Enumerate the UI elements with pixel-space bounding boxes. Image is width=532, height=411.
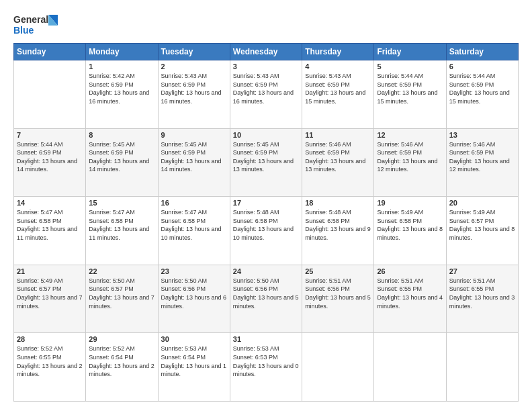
day-number: 1: [89, 62, 154, 71]
day-info: Sunrise: 5:48 AMSunset: 6:58 PMDaylight:…: [233, 208, 299, 242]
day-number: 19: [377, 199, 443, 207]
calendar-table: SundayMondayTuesdayWednesdayThursdayFrid…: [13, 43, 519, 402]
day-header-wednesday: Wednesday: [230, 44, 302, 60]
calendar-cell: [302, 333, 374, 402]
day-number: 22: [89, 267, 154, 275]
day-info: Sunrise: 5:42 AMSunset: 6:59 PMDaylight:…: [89, 72, 154, 105]
day-info: Sunrise: 5:51 AMSunset: 6:55 PMDaylight:…: [377, 277, 443, 310]
day-number: 26: [377, 267, 443, 275]
day-info: Sunrise: 5:45 AMSunset: 6:59 PMDaylight:…: [233, 140, 299, 174]
day-number: 13: [449, 131, 515, 139]
calendar-cell: 7Sunrise: 5:44 AMSunset: 6:59 PMDaylight…: [14, 128, 86, 197]
svg-text:General: General: [13, 14, 48, 25]
day-info: Sunrise: 5:45 AMSunset: 6:59 PMDaylight:…: [161, 140, 227, 174]
day-info: Sunrise: 5:49 AMSunset: 6:58 PMDaylight:…: [377, 208, 443, 242]
day-info: Sunrise: 5:49 AMSunset: 6:57 PMDaylight:…: [17, 277, 83, 310]
day-number: 10: [233, 131, 299, 139]
day-info: Sunrise: 5:45 AMSunset: 6:59 PMDaylight:…: [89, 140, 154, 174]
day-header-saturday: Saturday: [446, 44, 518, 60]
calendar-cell: 18Sunrise: 5:48 AMSunset: 6:58 PMDayligh…: [302, 197, 374, 265]
day-number: 21: [17, 267, 83, 275]
day-info: Sunrise: 5:50 AMSunset: 6:56 PMDaylight:…: [161, 277, 227, 310]
day-info: Sunrise: 5:44 AMSunset: 6:59 PMDaylight:…: [449, 72, 515, 105]
day-header-monday: Monday: [86, 44, 158, 60]
day-info: Sunrise: 5:51 AMSunset: 6:56 PMDaylight:…: [305, 277, 371, 310]
calendar-cell: 27Sunrise: 5:51 AMSunset: 6:55 PMDayligh…: [446, 265, 518, 333]
page: GeneralBlue SundayMondayTuesdayWednesday…: [0, 0, 532, 411]
calendar-cell: 6Sunrise: 5:44 AMSunset: 6:59 PMDaylight…: [446, 60, 518, 129]
calendar-cell: 3Sunrise: 5:43 AMSunset: 6:59 PMDaylight…: [230, 60, 302, 129]
day-info: Sunrise: 5:43 AMSunset: 6:59 PMDaylight:…: [233, 72, 299, 105]
calendar-cell: 31Sunrise: 5:53 AMSunset: 6:53 PMDayligh…: [230, 333, 302, 402]
calendar-cell: 21Sunrise: 5:49 AMSunset: 6:57 PMDayligh…: [14, 265, 86, 333]
day-number: 11: [305, 131, 371, 139]
calendar-cell: 14Sunrise: 5:47 AMSunset: 6:58 PMDayligh…: [14, 197, 86, 265]
day-number: 8: [89, 131, 154, 139]
calendar-cell: 2Sunrise: 5:43 AMSunset: 6:59 PMDaylight…: [158, 60, 230, 129]
calendar-cell: 5Sunrise: 5:44 AMSunset: 6:59 PMDaylight…: [374, 60, 446, 129]
calendar-week-2: 7Sunrise: 5:44 AMSunset: 6:59 PMDaylight…: [14, 128, 519, 197]
calendar-cell: 13Sunrise: 5:46 AMSunset: 6:59 PMDayligh…: [446, 128, 518, 197]
calendar-cell: 23Sunrise: 5:50 AMSunset: 6:56 PMDayligh…: [158, 265, 230, 333]
day-number: 15: [89, 199, 154, 207]
calendar-header-row: SundayMondayTuesdayWednesdayThursdayFrid…: [14, 44, 519, 60]
day-number: 31: [233, 335, 299, 343]
calendar-cell: 17Sunrise: 5:48 AMSunset: 6:58 PMDayligh…: [230, 197, 302, 265]
calendar-week-4: 21Sunrise: 5:49 AMSunset: 6:57 PMDayligh…: [14, 265, 519, 333]
day-info: Sunrise: 5:44 AMSunset: 6:59 PMDaylight:…: [17, 140, 83, 174]
calendar-cell: 11Sunrise: 5:46 AMSunset: 6:59 PMDayligh…: [302, 128, 374, 197]
day-info: Sunrise: 5:47 AMSunset: 6:58 PMDaylight:…: [89, 208, 154, 242]
calendar-cell: 9Sunrise: 5:45 AMSunset: 6:59 PMDaylight…: [158, 128, 230, 197]
calendar-cell: 24Sunrise: 5:50 AMSunset: 6:56 PMDayligh…: [230, 265, 302, 333]
day-number: 17: [233, 199, 299, 207]
day-info: Sunrise: 5:46 AMSunset: 6:59 PMDaylight:…: [449, 140, 515, 174]
day-number: 25: [305, 267, 371, 275]
day-number: 3: [233, 62, 299, 71]
day-number: 27: [449, 267, 515, 275]
calendar-cell: 30Sunrise: 5:53 AMSunset: 6:54 PMDayligh…: [158, 333, 230, 402]
day-number: 20: [449, 199, 515, 207]
day-header-friday: Friday: [374, 44, 446, 60]
day-number: 12: [377, 131, 443, 139]
day-info: Sunrise: 5:43 AMSunset: 6:59 PMDaylight:…: [161, 72, 227, 105]
calendar-cell: 19Sunrise: 5:49 AMSunset: 6:58 PMDayligh…: [374, 197, 446, 265]
day-number: 14: [17, 199, 83, 207]
calendar-cell: [446, 333, 518, 402]
calendar-cell: 22Sunrise: 5:50 AMSunset: 6:57 PMDayligh…: [86, 265, 158, 333]
calendar-cell: 16Sunrise: 5:47 AMSunset: 6:58 PMDayligh…: [158, 197, 230, 265]
calendar-cell: 25Sunrise: 5:51 AMSunset: 6:56 PMDayligh…: [302, 265, 374, 333]
day-info: Sunrise: 5:48 AMSunset: 6:58 PMDaylight:…: [305, 208, 371, 242]
calendar-cell: [14, 60, 86, 129]
day-number: 4: [305, 62, 371, 71]
day-header-tuesday: Tuesday: [158, 44, 230, 60]
day-number: 23: [161, 267, 227, 275]
logo: GeneralBlue: [13, 12, 60, 36]
calendar-week-1: 1Sunrise: 5:42 AMSunset: 6:59 PMDaylight…: [14, 60, 519, 129]
day-info: Sunrise: 5:47 AMSunset: 6:58 PMDaylight:…: [17, 208, 83, 242]
calendar-cell: 8Sunrise: 5:45 AMSunset: 6:59 PMDaylight…: [86, 128, 158, 197]
calendar-cell: 28Sunrise: 5:52 AMSunset: 6:55 PMDayligh…: [14, 333, 86, 402]
day-number: 2: [161, 62, 227, 71]
day-number: 9: [161, 131, 227, 139]
day-number: 28: [17, 335, 83, 343]
day-number: 16: [161, 199, 227, 207]
svg-text:Blue: Blue: [13, 25, 34, 36]
header: GeneralBlue: [13, 12, 519, 36]
calendar-cell: 20Sunrise: 5:49 AMSunset: 6:57 PMDayligh…: [446, 197, 518, 265]
day-info: Sunrise: 5:43 AMSunset: 6:59 PMDaylight:…: [305, 72, 371, 105]
calendar-cell: 15Sunrise: 5:47 AMSunset: 6:58 PMDayligh…: [86, 197, 158, 265]
day-number: 18: [305, 199, 371, 207]
calendar-cell: 26Sunrise: 5:51 AMSunset: 6:55 PMDayligh…: [374, 265, 446, 333]
day-info: Sunrise: 5:51 AMSunset: 6:55 PMDaylight:…: [449, 277, 515, 310]
calendar-week-3: 14Sunrise: 5:47 AMSunset: 6:58 PMDayligh…: [14, 197, 519, 265]
calendar-week-5: 28Sunrise: 5:52 AMSunset: 6:55 PMDayligh…: [14, 333, 519, 402]
calendar-cell: [374, 333, 446, 402]
day-info: Sunrise: 5:52 AMSunset: 6:55 PMDaylight:…: [17, 345, 83, 378]
day-info: Sunrise: 5:46 AMSunset: 6:59 PMDaylight:…: [305, 140, 371, 174]
day-info: Sunrise: 5:47 AMSunset: 6:58 PMDaylight:…: [161, 208, 227, 242]
logo-svg: GeneralBlue: [13, 12, 60, 36]
day-header-thursday: Thursday: [302, 44, 374, 60]
day-info: Sunrise: 5:53 AMSunset: 6:53 PMDaylight:…: [233, 345, 299, 378]
day-info: Sunrise: 5:53 AMSunset: 6:54 PMDaylight:…: [161, 345, 227, 378]
day-info: Sunrise: 5:52 AMSunset: 6:54 PMDaylight:…: [89, 345, 154, 378]
